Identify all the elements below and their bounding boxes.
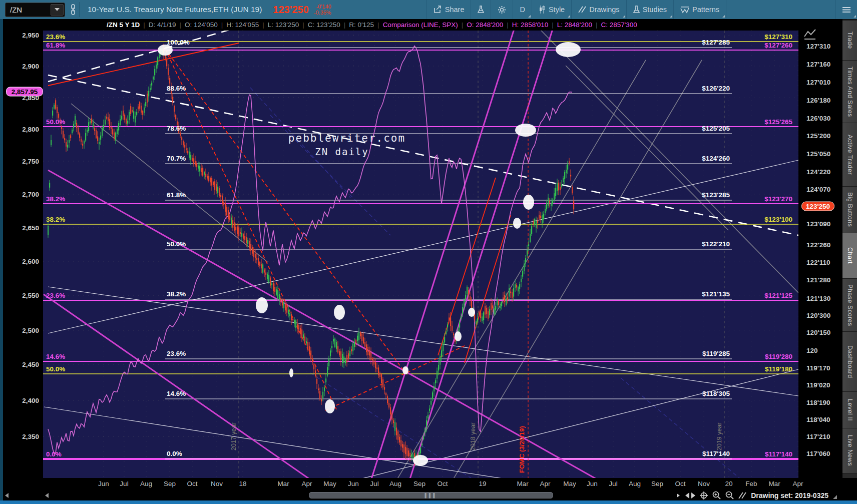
right-axis-label: 124'220: [806, 168, 830, 176]
time-axis-label: Nov: [211, 480, 223, 487]
sidebar-tab-level-ii[interactable]: Level II: [842, 391, 857, 428]
left-axis-label: 2,350: [22, 433, 39, 440]
price-scale-settings-icon[interactable]: [802, 27, 817, 44]
time-axis-label: Feb: [745, 480, 757, 487]
pan-arrows-icon[interactable]: [685, 492, 695, 498]
time-axis-label: Apr: [792, 480, 803, 487]
right-axis-label: 127'310: [806, 43, 830, 50]
ohlc-field: L: 123'250: [268, 21, 299, 29]
svg-text:$117'140: $117'140: [765, 450, 792, 458]
svg-text:38.2%: 38.2%: [46, 195, 65, 203]
svg-text:50.0%: 50.0%: [46, 365, 65, 373]
time-scrollbar[interactable]: ▌▌▌: [309, 492, 553, 498]
left-axis-label: 2,800: [22, 126, 39, 133]
svg-text:$126'220: $126'220: [702, 85, 730, 92]
right-axis-label: 119'170: [806, 364, 830, 372]
patterns-button[interactable]: Patterns: [673, 0, 726, 19]
right-axis-label: 124'070: [806, 186, 830, 193]
svg-text:23.6%: 23.6%: [167, 350, 186, 357]
left-price-axis[interactable]: 2,9502,9002,8502,8002,7502,7002,6502,600…: [0, 31, 43, 478]
change-value: -0'140: [314, 4, 331, 10]
svg-text:0.0%: 0.0%: [167, 450, 182, 457]
time-axis-label: Oct: [187, 480, 197, 487]
sidebar-tab-live-news[interactable]: Live News: [842, 428, 857, 473]
time-axis-label: Oct: [675, 480, 685, 487]
change-percent: -0.35%: [314, 10, 331, 16]
time-axis-label: Jul: [370, 480, 378, 487]
chevron-down-icon: [55, 8, 60, 11]
svg-text:23.6%: 23.6%: [46, 33, 65, 41]
time-axis-label: Apr: [540, 480, 550, 487]
symbol-dropdown-button[interactable]: [51, 4, 64, 16]
watermark-line1: pebblewriter.com: [247, 132, 447, 144]
time-axis-label: Sep: [413, 480, 425, 487]
right-axis-label: 122'260: [806, 241, 830, 249]
sidebar-tab-trade[interactable]: Trade: [842, 20, 857, 61]
comparison-ohlc-fields: |O: 2848'200|H: 2858'010|L: 2848'200|C: …: [458, 21, 637, 29]
gear-button[interactable]: [491, 0, 513, 19]
button-label: Studies: [643, 6, 667, 14]
svg-text:$119'180: $119'180: [765, 365, 792, 373]
svg-text:$123'270: $123'270: [764, 195, 792, 203]
sidebar-tab-big-buttons[interactable]: Big Buttons: [842, 186, 857, 233]
right-axis-label: 119'020: [806, 381, 830, 389]
left-axis-label: 2,700: [22, 191, 39, 198]
drawing-set-label[interactable]: Drawing set: 2019-0325: [751, 491, 828, 499]
toolbar-divider: [79, 2, 80, 17]
drawings-icon[interactable]: [738, 492, 746, 499]
window-left-edge: [0, 19, 3, 500]
right-axis-label: 120: [806, 347, 818, 354]
collapse-left-icon[interactable]: [5, 493, 9, 498]
svg-text:$117'140: $117'140: [702, 450, 730, 457]
link-symbol-icon[interactable]: [70, 4, 76, 15]
drawings-button[interactable]: Drawings: [571, 0, 626, 19]
flask-button[interactable]: [471, 0, 491, 19]
time-axis-label: Oct: [437, 480, 448, 487]
time-axis-label: Aug: [629, 480, 641, 487]
sidebar-tab-phase-scores[interactable]: Phase Scores: [842, 278, 857, 332]
time-axis-label: Aug: [389, 480, 401, 487]
sidebar-tab-dashboard[interactable]: Dashboard: [842, 331, 857, 392]
svg-text:2018 year: 2018 year: [470, 422, 477, 450]
symbol-value: /ZN: [6, 6, 51, 14]
right-axis-label: 126'180: [806, 97, 830, 104]
menu-button[interactable]: [835, 0, 857, 19]
sidebar-tab-times-and-sales[interactable]: Times And Sales: [842, 60, 857, 123]
style-button[interactable]: Style: [532, 0, 571, 19]
time-axis[interactable]: JunJulAugSepOctNov18MarAprMayJunJulAugSe…: [0, 478, 857, 490]
share-button[interactable]: Share: [426, 0, 471, 19]
svg-text:100.0%: 100.0%: [167, 39, 190, 46]
toolbar-buttons: ShareDStyleDrawingsStudiesPatterns: [426, 0, 857, 19]
button-label: Share: [445, 6, 465, 14]
zoom-out-icon[interactable]: [725, 491, 734, 499]
zoom-in-icon[interactable]: [712, 491, 721, 499]
svg-text:61.8%: 61.8%: [167, 191, 186, 199]
time-axis-label: Jul: [120, 480, 128, 487]
share-icon: [434, 6, 442, 14]
ohlc-field: O: 124'050: [185, 21, 218, 29]
comparison-label[interactable]: Comparison (LINE, SPX): [383, 21, 458, 29]
symbol-input[interactable]: /ZN: [5, 3, 65, 17]
chart-nav-controls: Drawing set: 2019-0325: [676, 490, 837, 500]
right-price-axis[interactable]: 127'310127'160127'010126'180126'030125'2…: [798, 31, 842, 504]
ohlc-field: R: 0'125: [349, 21, 374, 29]
crosshair-icon[interactable]: [700, 491, 708, 499]
studies-button[interactable]: Studies: [626, 0, 673, 19]
time-axis-label: Jun: [348, 480, 359, 487]
svg-text:$125'265: $125'265: [764, 118, 792, 126]
sidebar-tab-active-trader[interactable]: Active Trader: [842, 123, 857, 187]
button-label: Style: [549, 6, 565, 14]
svg-text:$123'100: $123'100: [764, 216, 792, 223]
svg-text:61.8%: 61.8%: [46, 42, 65, 49]
right-axis-label: 125'050: [806, 150, 830, 158]
right-axis-label: 118'190: [806, 399, 830, 406]
watermark-line2: ZN daily: [242, 146, 442, 157]
chart-canvas[interactable]: 2017 year2018 year2019 yearFOMC (3/20/19…: [0, 0, 857, 504]
resize-corner-icon[interactable]: [833, 495, 837, 499]
sidebar-tab-chart[interactable]: Chart: [842, 233, 857, 279]
panel-left-arrow-icon[interactable]: [45, 493, 49, 498]
d-button[interactable]: D: [513, 0, 531, 19]
step-right-icon[interactable]: [676, 493, 681, 498]
time-axis-label: Nov: [698, 480, 710, 487]
dropdown-corner-icon: [568, 15, 570, 18]
